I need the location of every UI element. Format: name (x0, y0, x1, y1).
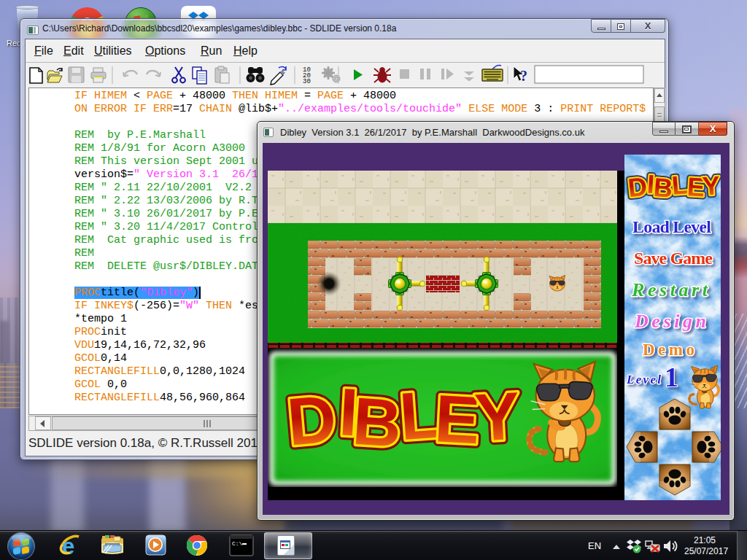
svg-text:Restart: Restart (631, 279, 708, 300)
svg-text:Y: Y (702, 170, 721, 201)
svg-text:B: B (350, 384, 403, 461)
svg-text:Save Game: Save Game (634, 249, 713, 268)
svg-text:Y: Y (473, 378, 522, 455)
svg-text:30: 30 (303, 78, 311, 85)
svg-text:1: 1 (665, 362, 678, 392)
svg-text:D: D (285, 381, 339, 459)
svg-text:Load Level: Load Level (632, 217, 711, 236)
svg-text:C:\: C:\ (232, 540, 243, 547)
svg-text:?: ? (520, 68, 527, 84)
svg-text:Design: Design (634, 311, 706, 332)
svg-text:Demo: Demo (643, 341, 694, 359)
svg-text:D: D (627, 171, 649, 203)
